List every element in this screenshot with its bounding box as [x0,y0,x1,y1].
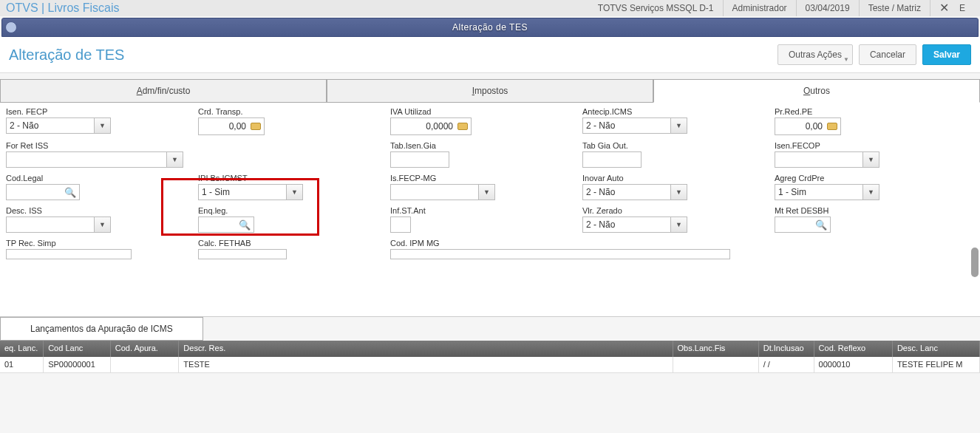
user-label: Administrador [723,0,796,16]
date-label: 03/04/2019 [796,0,859,16]
search-icon: 🔍 [239,219,251,231]
label-cod-ipm-mg: Cod. IPM MG [390,239,775,248]
chevron-down-icon[interactable]: ▼ [671,216,687,233]
desc-iss-select[interactable] [6,216,95,233]
chevron-down-icon[interactable]: ▼ [479,184,495,200]
antecip-icms-select[interactable]: 2 - Não [582,117,671,134]
chevron-down-icon[interactable]: ▼ [863,151,879,168]
calc-icon [251,123,261,130]
prred-pe-input[interactable]: 0,00 [775,117,841,135]
col-desc-lanc[interactable]: Desc. Lanc [893,341,980,357]
inf-st-ant-input[interactable] [390,216,411,233]
chevron-down-icon[interactable]: ▼ [95,117,111,134]
chevron-down-icon[interactable]: ▼ [863,184,879,200]
grid-header: eq. Lanc. Cod Lanc Cod. Apura. Descr. Re… [0,341,980,357]
chevron-down-icon[interactable]: ▼ [167,151,183,168]
chevron-down-icon[interactable]: ▼ [287,184,303,200]
chevron-down-icon: ▼ [843,56,849,63]
inovar-auto-select[interactable]: 2 - Não [582,184,671,200]
tab-adm[interactable]: Adm/fin/custo [0,79,327,103]
label-is-fecp-mg: Is.FECP-MG [390,174,582,183]
tab-outros[interactable]: Outros [653,79,980,103]
title-bar-icon [5,21,17,33]
label-agreg-crdpre: Agreg CrdPre [775,174,967,183]
search-icon: 🔍 [815,219,827,231]
mt-ret-desbh-lookup[interactable]: 🔍 [775,216,831,233]
calc-icon [457,123,468,130]
col-cod-reflexo[interactable]: Cod. Reflexo [814,341,893,357]
agreg-crdpre-select[interactable]: 1 - Sim [775,184,863,200]
label-enq-leg: Enq.leg. [198,206,390,215]
iva-utilizad-input[interactable]: 0,0000 [390,117,472,135]
tab-isen-gia-input[interactable] [390,151,449,168]
label-tab-gia-out: Tab Gia Out. [582,141,775,150]
label-cod-legal: Cod.Legal [6,174,198,183]
label-crd-transp: Crd. Transp. [198,107,390,116]
search-icon: 🔍 [64,187,76,198]
cod-ipm-mg-input[interactable] [390,249,730,259]
vlr-zerado-select[interactable]: 2 - Não [582,216,671,233]
top-strip: OTVS | Livros Fiscais TOTVS Serviços MSS… [0,0,980,16]
label-inovar-auto: Inovar Auto [582,174,775,183]
col-cod-lanc[interactable]: Cod Lanc [44,341,111,357]
page-title: Alteração de TES [9,47,124,64]
label-isen-fecp: Isen. FECP [6,107,198,116]
label-desc-iss: Desc. ISS [6,206,198,215]
cod-legal-lookup[interactable]: 🔍 [6,184,80,200]
label-ipi-bs-icmst: IPI Bs.ICMST [198,174,390,183]
outras-acoes-button[interactable]: Outras Ações▼ [777,44,853,65]
action-bar: Outras Ações▼ Cancelar Salvar [777,44,971,65]
title-bar-text: Alteração de TES [452,22,528,33]
is-fecp-mg-select[interactable] [390,184,479,200]
grid-tabs: Lançamentos da Apuração de ICMS [0,317,980,341]
label-prred-pe: Pr.Red.PE [775,107,967,116]
form-area: Isen. FECP 2 - Não▼ Crd. Transp. 0,00 IV… [0,103,980,317]
top-right: TOTVS Serviços MSSQL D-1 Administrador 0… [589,0,974,16]
label-isen-fecop: Isen.FECOP [775,141,967,150]
calc-icon [827,123,837,130]
scrollbar-thumb[interactable] [971,248,979,277]
label-mt-ret-desbh: Mt Ret DESBH [775,206,967,215]
tabs: Adm/fin/custo Impostos Outros [0,79,980,103]
label-iva-utilizad: IVA Utilizad [390,107,582,116]
chevron-down-icon[interactable]: ▼ [95,216,111,233]
tp-rec-simp-select[interactable] [6,249,132,259]
label-tab-isen-gia: Tab.Isen.Gia [390,141,582,150]
cancelar-button[interactable]: Cancelar [859,44,916,65]
app-title: OTVS | Livros Fiscais [6,1,120,15]
isen-fecp-select[interactable]: 2 - Não [6,117,95,134]
for-ret-iss-select[interactable] [6,151,167,168]
label-tp-rec-simp: TP Rec. Simp [6,239,198,248]
col-cod-apura[interactable]: Cod. Apura. [111,341,180,357]
col-dt-inclusao[interactable]: Dt.Inclusao [759,341,814,357]
label-antecip-icms: Antecip.ICMS [582,107,775,116]
env-label: TOTVS Serviços MSSQL D-1 [589,0,723,16]
grid-tab-lancamentos[interactable]: Lançamentos da Apuração de ICMS [0,317,203,341]
col-eq-lanc[interactable]: eq. Lanc. [0,341,44,357]
branch-label: Teste / Matriz [859,0,930,16]
label-calc-fethab: Calc. FETHAB [198,239,390,248]
enq-leg-lookup[interactable]: 🔍 [198,216,254,233]
label-vlr-zerado: Vlr. Zerado [582,206,775,215]
label-inf-st-ant: Inf.ST.Ant [390,206,582,215]
col-descr-res[interactable]: Descr. Res. [179,341,673,357]
isen-fecop-select[interactable] [775,151,863,168]
crd-transp-input[interactable]: 0,00 [198,117,265,135]
chevron-down-icon[interactable]: ▼ [671,117,687,134]
calc-fethab-select[interactable] [198,249,287,259]
chevron-down-icon[interactable]: ▼ [671,184,687,200]
title-bar: Alteração de TES [1,18,979,37]
ipi-bs-icmst-select[interactable]: 1 - Sim [198,184,287,200]
col-obs-lanc-fis[interactable]: Obs.Lanc.Fis [673,341,759,357]
grid: eq. Lanc. Cod Lanc Cod. Apura. Descr. Re… [0,341,980,373]
close-icon[interactable]: ✕ [930,0,958,16]
sub-header: Alteração de TES Outras Ações▼ Cancelar … [0,37,980,73]
table-row[interactable]: 01 SP00000001 TESTE / / 0000010 TESTE FE… [0,357,980,373]
tab-impostos[interactable]: Impostos [327,79,653,103]
tab-gia-out-input[interactable] [582,151,642,168]
ex-label: E [958,0,974,16]
salvar-button[interactable]: Salvar [922,44,971,65]
label-for-ret-iss: For Ret ISS [6,141,198,150]
